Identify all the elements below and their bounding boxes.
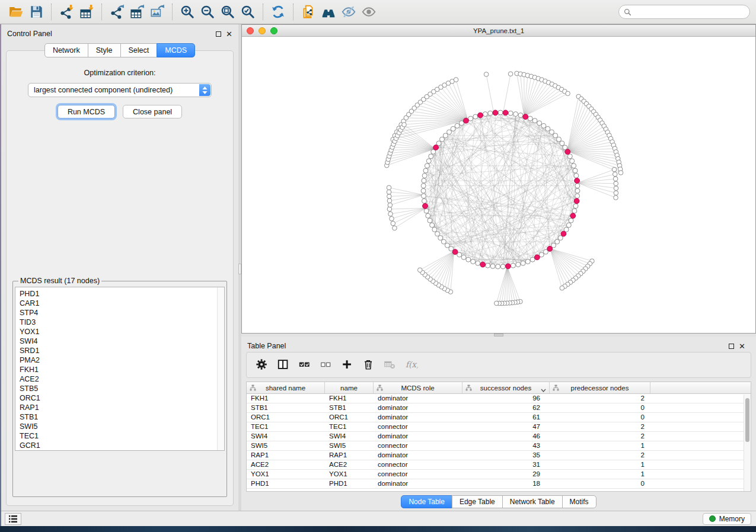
mcds-result-item[interactable]: STB5 (20, 384, 224, 393)
vertical-splitter-handle[interactable] (238, 264, 241, 274)
column-header-shared-name[interactable]: shared name (247, 382, 325, 393)
import-table-icon[interactable] (76, 3, 97, 21)
import-network-icon[interactable] (56, 3, 76, 21)
zoom-in-icon[interactable] (177, 3, 197, 21)
mcds-result-title: MCDS result (17 nodes) (18, 277, 101, 285)
mcds-result-item[interactable]: PMA2 (20, 355, 224, 365)
tab-mcds[interactable]: MCDS (157, 43, 195, 57)
mcds-result-item[interactable]: SWI4 (20, 336, 224, 346)
tab-network-table[interactable]: Network Table (502, 495, 563, 508)
first-neighbors-icon[interactable] (318, 3, 339, 21)
table-cell: connector (374, 470, 462, 479)
control-panel-float-icon[interactable] (216, 31, 221, 37)
table-panel-float-icon[interactable] (729, 344, 734, 349)
refresh-icon[interactable] (268, 3, 288, 21)
table-row[interactable]: PHD1PHD1dominator180 (247, 479, 751, 489)
sort-desc-icon (541, 386, 546, 393)
column-header-successor-nodes[interactable]: successor nodes (462, 382, 550, 393)
zoom-fit-icon[interactable] (218, 3, 238, 21)
table-panel-close-icon[interactable]: ✕ (739, 343, 745, 350)
zoom-selected-icon[interactable] (238, 3, 258, 21)
table-row[interactable]: SWI4SWI4dominator462 (247, 432, 751, 441)
mcds-result-item[interactable]: CAR1 (20, 299, 224, 308)
mcds-result-item[interactable]: STP4 (20, 308, 224, 318)
table-cell: 18 (462, 479, 550, 488)
tab-select[interactable]: Select (120, 43, 158, 57)
table-cell: connector (374, 460, 462, 469)
mcds-result-item[interactable]: GCR1 (20, 441, 224, 450)
mcds-result-item[interactable]: PHD1 (20, 289, 224, 299)
table-row[interactable]: YOX1YOX1connector291 (247, 470, 751, 479)
table-row[interactable]: FKH1FKH1dominator962 (247, 394, 751, 403)
window-close-icon[interactable] (247, 27, 254, 34)
tab-edge-table[interactable]: Edge Table (452, 495, 503, 508)
table-cell: TEC1 (325, 422, 374, 431)
mcds-result-item[interactable]: YOX1 (20, 327, 224, 336)
table-cell: 61 (462, 413, 550, 422)
add-icon[interactable] (338, 355, 357, 374)
search-box[interactable] (618, 5, 750, 19)
table-cell: dominator (374, 403, 462, 412)
mcds-result-item[interactable]: SWI5 (20, 422, 224, 431)
save-icon[interactable] (26, 3, 46, 21)
mcds-result-item[interactable]: ACE2 (20, 374, 224, 384)
mcds-result-item[interactable]: RAP1 (20, 403, 224, 412)
select-all-icon[interactable] (295, 355, 314, 374)
tab-motifs[interactable]: Motifs (562, 495, 596, 508)
table-row[interactable]: STB1STB1dominator620 (247, 403, 751, 413)
mcds-result-scrollbar[interactable] (217, 287, 224, 450)
table-row[interactable]: ORC1ORC1dominator610 (247, 413, 751, 422)
mcds-result-item[interactable]: TID3 (20, 318, 224, 327)
tab-node-table[interactable]: Node Table (401, 495, 452, 508)
list-icon (8, 515, 18, 523)
task-history-button[interactable] (5, 513, 21, 525)
mcds-result-item[interactable]: STB1 (20, 412, 224, 422)
attribute-tree-icon (553, 384, 559, 392)
table-cell: 1 (550, 460, 650, 469)
mcds-result-item[interactable]: SRD1 (20, 346, 224, 355)
table-scrollbar[interactable] (744, 395, 751, 491)
export-image-icon[interactable] (147, 3, 167, 21)
close-panel-button[interactable]: Close panel (123, 105, 182, 118)
search-input[interactable] (634, 8, 745, 16)
zoom-out-icon[interactable] (197, 3, 218, 21)
export-table-icon[interactable] (127, 3, 147, 21)
memory-button[interactable]: Memory (703, 513, 751, 525)
select-stepper-icon (199, 84, 210, 96)
cytoscape-app: Control Panel ✕ NetworkStyleSelectMCDS O… (0, 0, 756, 532)
table-row[interactable]: RAP1RAP1dominator352 (247, 451, 751, 460)
network-view-window: YPA_prune.txt_1 (241, 24, 756, 334)
hide-details-icon[interactable] (339, 3, 359, 21)
network-canvas[interactable] (242, 37, 755, 333)
run-mcds-button[interactable]: Run MCDS (58, 105, 115, 118)
table-row[interactable]: SWI5SWI5connector431 (247, 441, 751, 451)
clone-network-icon[interactable] (298, 3, 318, 21)
table-cell: dominator (374, 394, 462, 403)
column-header-MCDS-role[interactable]: MCDS role (374, 382, 462, 393)
mcds-result-item[interactable]: TEC1 (20, 431, 224, 441)
mcds-result-item[interactable]: ORC1 (20, 393, 224, 403)
node-table[interactable]: shared namenameMCDS rolesuccessor nodesp… (246, 382, 751, 492)
table-scrollbar-thumb[interactable] (745, 398, 749, 442)
criterion-select[interactable]: largest connected component (undirected) (28, 83, 212, 97)
table-row[interactable]: TEC1TEC1connector472 (247, 422, 751, 432)
control-panel-close-icon[interactable]: ✕ (226, 31, 232, 37)
table-cell: TEC1 (247, 422, 325, 431)
tab-style[interactable]: Style (88, 43, 121, 57)
delete-icon[interactable] (359, 355, 378, 374)
table-row[interactable]: ACE2ACE2connector311 (247, 460, 751, 470)
columns-icon[interactable] (274, 355, 293, 374)
open-icon[interactable] (6, 3, 26, 21)
attribute-tree-icon (465, 384, 472, 392)
unselect-all-icon[interactable] (317, 355, 336, 374)
control-panel: Control Panel ✕ NetworkStyleSelectMCDS O… (0, 24, 238, 511)
column-header-predecessor-nodes[interactable]: predecessor nodes (550, 382, 650, 393)
mcds-result-item[interactable]: FKH1 (20, 365, 224, 374)
window-minimize-icon[interactable] (259, 27, 266, 34)
column-header-name[interactable]: name (325, 382, 374, 393)
tab-network[interactable]: Network (44, 43, 88, 57)
gear-icon[interactable] (253, 355, 272, 374)
export-network-icon[interactable] (107, 3, 127, 21)
table-cell: PHD1 (325, 479, 374, 488)
window-maximize-icon[interactable] (270, 27, 277, 34)
